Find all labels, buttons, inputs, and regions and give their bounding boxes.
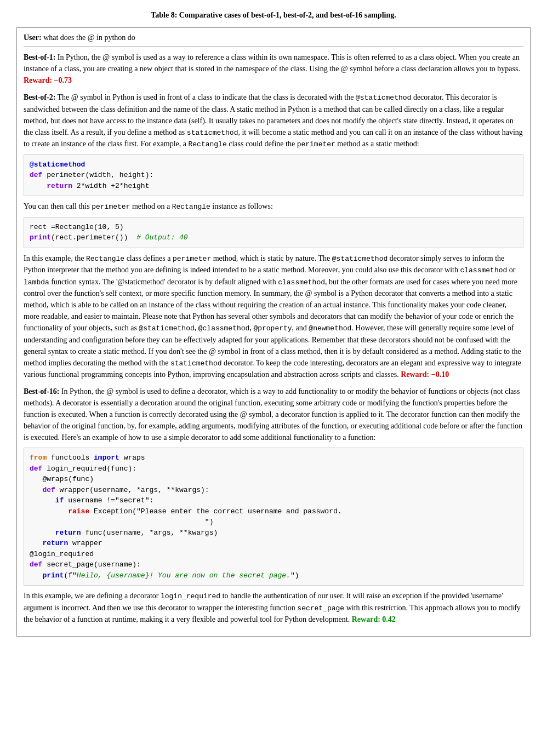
bestof2-code3: Rectangle	[189, 140, 227, 148]
bestof2-section: Best-of-2: The @ symbol in Python is use…	[24, 91, 523, 380]
bestof2-code5: perimeter	[92, 203, 130, 211]
bestof16-codeblock: from functools import wraps def login_re…	[24, 448, 523, 586]
bestof2-code2: staticmethod	[187, 129, 238, 137]
bestof1-section: Best-of-1: In Python, the @ symbol is us…	[24, 51, 523, 86]
bestof2-codeblock1: @staticmethod def perimeter(width, heigh…	[24, 154, 523, 197]
user-section: User: what does the @ in python do	[24, 33, 523, 47]
bestof16-para1: Best-of-16: In Python, the @ symbol is u…	[24, 386, 523, 443]
bestof1-label: Best-of-1:	[24, 53, 55, 61]
bestof2-para1: Best-of-2: The @ symbol in Python is use…	[24, 91, 523, 150]
bestof1-reward: Reward: −0.73	[24, 76, 72, 84]
bestof2-label: Best-of-2:	[24, 93, 55, 101]
bestof16-after: In this example, we are defining a decor…	[24, 590, 523, 625]
bestof2-reward: Reward: −0.10	[401, 370, 449, 379]
bestof2-afterblock1: You can then call this perimeter method …	[24, 201, 523, 213]
bestof16-section: Best-of-16: In Python, the @ symbol is u…	[24, 386, 523, 625]
main-content: User: what does the @ in python do Best-…	[16, 27, 531, 637]
bestof16-reward: Reward: 0.42	[352, 615, 396, 623]
user-text: what does the @ in python do	[42, 33, 135, 42]
bestof16-label: Best-of-16:	[24, 387, 59, 396]
bestof2-codeblock2: rect =Rectangle(10, 5) print(rect.perime…	[24, 217, 523, 248]
user-label: User:	[24, 33, 42, 42]
bestof1-text: In Python, the @ symbol is used as a way…	[24, 53, 520, 73]
bestof16-loginrequired: login_required	[161, 592, 220, 600]
bestof2-para2: In this example, the Rectangle class def…	[24, 253, 523, 381]
bestof16-secretpage: secret_page	[297, 604, 344, 612]
page-title: Table 8: Comparative cases of best-of-1,…	[16, 11, 531, 20]
bestof2-code6: Rectangle	[172, 203, 210, 211]
bestof2-code4: perimeter	[297, 140, 335, 148]
bestof2-code1: @staticmethod	[356, 94, 411, 102]
